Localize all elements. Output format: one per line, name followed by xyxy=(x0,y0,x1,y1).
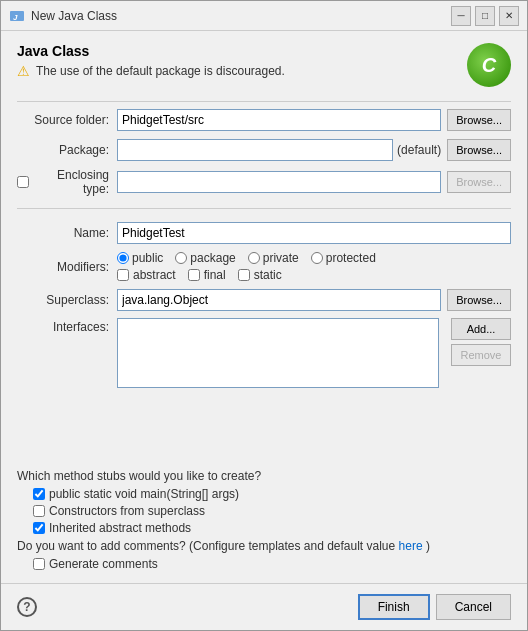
enclosing-type-label: Enclosing type: xyxy=(17,168,117,196)
modifier-private-text: private xyxy=(263,251,299,265)
enclosing-type-browse-button[interactable]: Browse... xyxy=(447,171,511,193)
warning-row: ⚠ The use of the default package is disc… xyxy=(17,63,285,79)
help-button[interactable]: ? xyxy=(17,597,37,617)
modifier-abstract-checkbox[interactable] xyxy=(117,269,129,281)
modifier-public-label: public xyxy=(117,251,163,265)
stub-inherited-checkbox[interactable] xyxy=(33,522,45,534)
stubs-section: Which method stubs would you like to cre… xyxy=(17,469,511,535)
close-button[interactable]: ✕ xyxy=(499,6,519,26)
modifier-final-text: final xyxy=(204,268,226,282)
interfaces-remove-button[interactable]: Remove xyxy=(451,344,511,366)
comments-question-text: Do you want to add comments? (Configure … xyxy=(17,539,395,553)
svg-text:J: J xyxy=(13,13,18,22)
modifier-protected-text: protected xyxy=(326,251,376,265)
generate-comments-text: Generate comments xyxy=(49,557,158,571)
modifiers-access-row: public package private protected xyxy=(117,251,386,265)
modifier-protected-radio[interactable] xyxy=(311,252,323,264)
stubs-items: public static void main(String[] args) C… xyxy=(17,487,511,535)
modifier-abstract-text: abstract xyxy=(133,268,176,282)
interfaces-buttons: Add... Remove xyxy=(451,318,511,366)
header-divider xyxy=(17,101,511,102)
modifiers-row: Modifiers: public package pr xyxy=(17,251,511,282)
comments-items: Generate comments xyxy=(17,557,511,571)
modifier-static-text: static xyxy=(254,268,282,282)
warning-text: The use of the default package is discou… xyxy=(36,64,285,78)
source-folder-label: Source folder: xyxy=(17,113,117,127)
source-folder-row: Source folder: Browse... xyxy=(17,108,511,132)
eclipse-logo xyxy=(467,43,511,87)
window-icon: J xyxy=(9,8,25,24)
title-bar-controls: ─ □ ✕ xyxy=(451,6,519,26)
stub-constructors-checkbox[interactable] xyxy=(33,505,45,517)
generate-comments-checkbox[interactable] xyxy=(33,558,45,570)
enclosing-type-label-text: Enclosing type: xyxy=(33,168,109,196)
form-section: Source folder: Browse... Package: (defau… xyxy=(17,108,511,463)
main-window: J New Java Class ─ □ ✕ Java Class ⚠ The … xyxy=(0,0,528,631)
modifier-private-label: private xyxy=(248,251,299,265)
finish-button[interactable]: Finish xyxy=(358,594,430,620)
interfaces-row: Interfaces: Add... Remove xyxy=(17,318,511,388)
name-row: Name: xyxy=(17,221,511,245)
title-bar: J New Java Class ─ □ ✕ xyxy=(1,1,527,31)
stub-constructors-text: Constructors from superclass xyxy=(49,504,205,518)
modifier-package-radio[interactable] xyxy=(175,252,187,264)
modifier-package-label: package xyxy=(175,251,235,265)
source-folder-input[interactable] xyxy=(117,109,441,131)
stubs-title: Which method stubs would you like to cre… xyxy=(17,469,511,483)
generate-comments-label: Generate comments xyxy=(33,557,511,571)
enclosing-type-checkbox[interactable] xyxy=(17,176,29,188)
comments-section: Do you want to add comments? (Configure … xyxy=(17,539,511,571)
modifier-public-text: public xyxy=(132,251,163,265)
superclass-row: Superclass: Browse... xyxy=(17,288,511,312)
title-bar-left: J New Java Class xyxy=(9,8,117,24)
package-default-text: (default) xyxy=(397,143,441,157)
window-title: New Java Class xyxy=(31,9,117,23)
modifier-package-text: package xyxy=(190,251,235,265)
interfaces-label: Interfaces: xyxy=(17,318,117,334)
header-section: Java Class ⚠ The use of the default pack… xyxy=(17,43,511,87)
package-label: Package: xyxy=(17,143,117,157)
stub-main-label: public static void main(String[] args) xyxy=(33,487,511,501)
source-folder-browse-button[interactable]: Browse... xyxy=(447,109,511,131)
enclosing-type-checkbox-label: Enclosing type: xyxy=(17,168,109,196)
enclosing-type-row: Enclosing type: Browse... xyxy=(17,168,511,196)
modifiers-label: Modifiers: xyxy=(17,260,117,274)
stub-inherited-text: Inherited abstract methods xyxy=(49,521,191,535)
enclosing-type-input[interactable] xyxy=(117,171,441,193)
modifier-static-label: static xyxy=(238,268,282,282)
name-label: Name: xyxy=(17,226,117,240)
modifier-static-checkbox[interactable] xyxy=(238,269,250,281)
name-input[interactable] xyxy=(117,222,511,244)
page-title: Java Class xyxy=(17,43,285,59)
package-browse-button[interactable]: Browse... xyxy=(447,139,511,161)
interfaces-add-button[interactable]: Add... xyxy=(451,318,511,340)
cancel-button[interactable]: Cancel xyxy=(436,594,511,620)
package-input[interactable] xyxy=(117,139,393,161)
modifier-final-checkbox[interactable] xyxy=(188,269,200,281)
bottom-bar: ? Finish Cancel xyxy=(1,583,527,630)
modifiers-options: public package private protected xyxy=(117,251,386,282)
modifier-abstract-label: abstract xyxy=(117,268,176,282)
comments-configure-link[interactable]: here xyxy=(399,539,423,553)
comments-question-end: ) xyxy=(426,539,430,553)
interfaces-listbox[interactable] xyxy=(117,318,439,388)
modifier-protected-label: protected xyxy=(311,251,376,265)
superclass-browse-button[interactable]: Browse... xyxy=(447,289,511,311)
header-left: Java Class ⚠ The use of the default pack… xyxy=(17,43,285,79)
stub-inherited-label: Inherited abstract methods xyxy=(33,521,511,535)
minimize-button[interactable]: ─ xyxy=(451,6,471,26)
modifiers-other-row: abstract final static xyxy=(117,268,386,282)
warning-icon: ⚠ xyxy=(17,63,30,79)
dialog-content: Java Class ⚠ The use of the default pack… xyxy=(1,31,527,583)
restore-button[interactable]: □ xyxy=(475,6,495,26)
superclass-label: Superclass: xyxy=(17,293,117,307)
stub-main-text: public static void main(String[] args) xyxy=(49,487,239,501)
modifier-public-radio[interactable] xyxy=(117,252,129,264)
dialog-buttons: Finish Cancel xyxy=(358,594,511,620)
modifier-private-radio[interactable] xyxy=(248,252,260,264)
stub-constructors-label: Constructors from superclass xyxy=(33,504,511,518)
stub-main-checkbox[interactable] xyxy=(33,488,45,500)
superclass-input[interactable] xyxy=(117,289,441,311)
package-row: Package: (default) Browse... xyxy=(17,138,511,162)
comments-question: Do you want to add comments? (Configure … xyxy=(17,539,511,553)
